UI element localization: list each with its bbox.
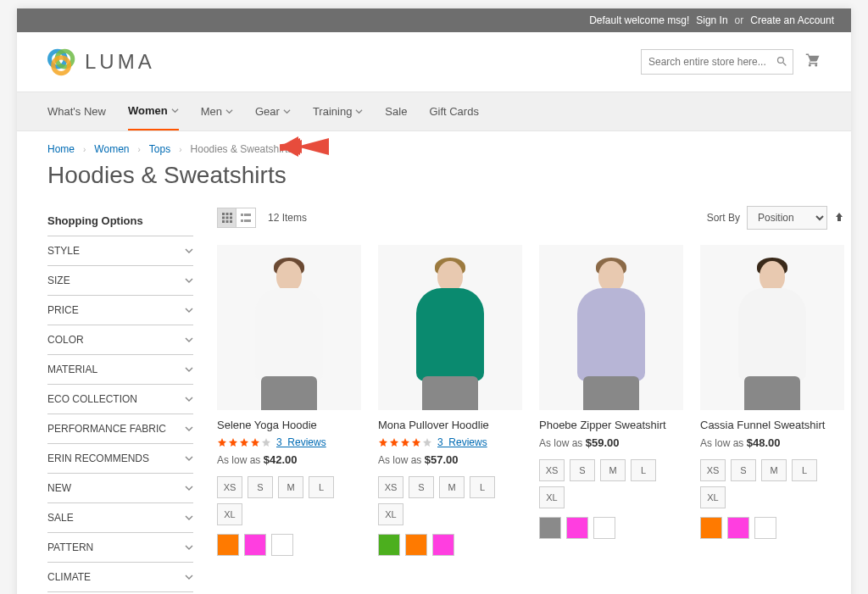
chevron-down-icon [185,425,193,433]
create-account-link[interactable]: Create an Account [750,14,834,26]
color-swatch[interactable] [700,517,722,539]
filter-new[interactable]: NEW [47,473,193,502]
nav-gift[interactable]: Gift Cards [429,92,479,130]
size-swatch[interactable]: XL [700,486,726,508]
color-swatch[interactable] [754,517,776,539]
crumb-tops[interactable]: Tops [149,143,170,155]
color-swatch[interactable] [566,517,588,539]
sortby-select[interactable]: Position [747,206,827,230]
chevron-down-icon [185,276,193,285]
rating-stars [217,437,271,447]
filter-climate[interactable]: CLIMATE [47,562,193,592]
chevron-right-icon: › [138,145,141,154]
filter-eco-collection[interactable]: ECO COLLECTION [47,384,193,414]
color-swatch[interactable] [432,534,454,556]
product-image[interactable] [378,245,522,410]
sort-direction-button[interactable] [834,212,844,225]
search-input[interactable] [641,49,793,75]
product-card[interactable]: Cassia Funnel Sweatshirt As low as $48.0… [700,245,844,556]
filter-material[interactable]: MATERIAL [47,354,193,384]
size-swatch[interactable]: M [439,476,465,498]
color-swatch[interactable] [244,534,266,556]
nav-men[interactable]: Men [201,92,233,130]
size-swatch[interactable]: XS [700,459,726,481]
signin-link[interactable]: Sign In [696,14,727,26]
size-swatch[interactable]: L [470,476,495,498]
filter-label: MATERIAL [47,364,97,375]
product-image[interactable] [217,245,361,410]
chevron-down-icon [185,247,193,255]
aslowas-label: As low as [378,454,421,466]
size-swatch[interactable]: S [409,476,434,498]
size-swatch[interactable]: XL [378,503,403,525]
chevron-down-icon [185,454,193,463]
size-swatch[interactable]: L [792,459,817,481]
size-swatch[interactable]: XS [217,476,242,498]
nav-whatsnew[interactable]: What's New [47,92,106,130]
product-image[interactable] [700,245,844,410]
cart-icon[interactable] [805,53,821,71]
crumb-home[interactable]: Home [47,143,75,155]
filter-pattern[interactable]: PATTERN [47,532,193,562]
color-swatch[interactable] [727,517,749,539]
search-icon[interactable] [776,55,788,68]
filter-price[interactable]: PRICE [47,295,193,325]
nav-training[interactable]: Training [313,92,363,130]
color-swatch[interactable] [271,534,293,556]
star-icon [400,437,410,447]
size-swatch[interactable]: S [570,459,595,481]
filter-color[interactable]: COLOR [47,325,193,354]
size-swatch[interactable]: XL [539,486,565,508]
list-view-button[interactable] [236,208,255,227]
logo-text: LUMA [85,50,155,74]
size-swatch[interactable]: M [761,459,787,481]
size-swatch[interactable]: L [631,459,656,481]
star-icon [389,437,399,447]
size-swatch[interactable]: XS [378,476,403,498]
star-icon [239,437,249,447]
size-swatch[interactable]: S [731,459,756,481]
nav-sale[interactable]: Sale [385,92,407,130]
welcome-msg: Default welcome msg! [589,14,689,26]
product-name[interactable]: Phoebe Zipper Sweatshirt [539,419,683,431]
logo[interactable]: LUMA [47,47,155,76]
size-swatch[interactable]: S [248,476,273,498]
filter-erin-recommends[interactable]: ERIN RECOMMENDS [47,443,193,473]
product-name[interactable]: Mona Pullover Hoodlie [378,419,522,431]
grid-view-button[interactable] [218,208,236,227]
filter-style[interactable]: STYLE [47,236,193,265]
product-card[interactable]: Phoebe Zipper Sweatshirt As low as $59.0… [539,245,683,556]
product-card[interactable]: Selene Yoga Hoodie 3 Reviews As low as $… [217,245,361,556]
filter-sale[interactable]: SALE [47,502,193,532]
color-swatch[interactable] [378,534,400,556]
color-swatch[interactable] [539,517,561,539]
size-swatch[interactable]: XL [217,503,242,525]
filter-size[interactable]: SIZE [47,265,193,295]
product-image[interactable] [539,245,683,410]
reviews-link[interactable]: 3 Reviews [276,436,326,448]
crumb-women[interactable]: Women [94,143,129,155]
size-swatch[interactable]: M [600,459,626,481]
aslowas-label: As low as [539,437,582,449]
size-swatch[interactable]: XS [539,459,565,481]
product-price: $57.00 [425,453,459,466]
nav-men-label: Men [201,105,222,118]
star-icon [422,437,432,447]
grid-icon [222,213,232,223]
color-swatch[interactable] [405,534,427,556]
crumb-current: Hoodies & Sweatshirts [191,143,293,155]
rating-stars [378,437,432,447]
size-swatch[interactable]: M [278,476,303,498]
reviews-link[interactable]: 3 Reviews [437,436,487,448]
product-name[interactable]: Selene Yoga Hoodie [217,419,361,431]
filter-label: ERIN RECOMMENDS [47,452,149,464]
color-swatch[interactable] [593,517,615,539]
filter-performance-fabric[interactable]: PERFORMANCE FABRIC [47,414,193,443]
filter-label: PATTERN [47,541,93,553]
color-swatch[interactable] [217,534,239,556]
nav-women[interactable]: Women [128,92,179,130]
nav-gear[interactable]: Gear [255,92,291,130]
size-swatch[interactable]: L [309,476,334,498]
product-card[interactable]: Mona Pullover Hoodlie 3 Reviews As low a… [378,245,522,556]
product-name[interactable]: Cassia Funnel Sweatshirt [700,419,844,431]
